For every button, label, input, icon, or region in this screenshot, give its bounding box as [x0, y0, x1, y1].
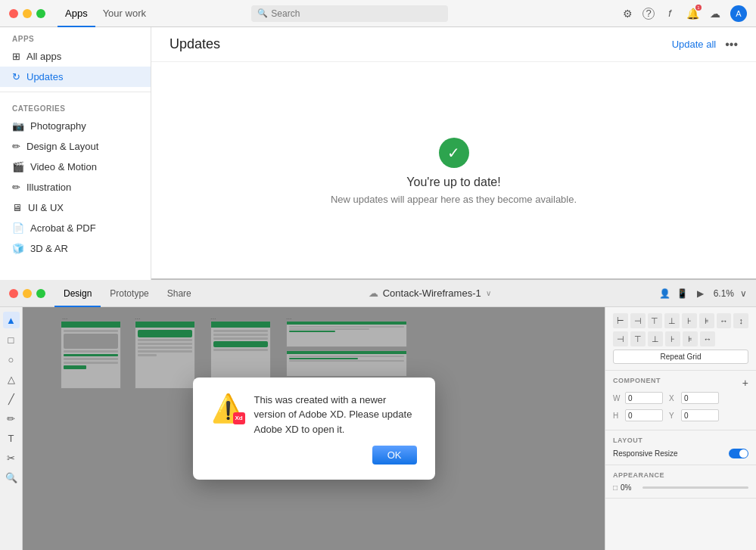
- xd-tool-text[interactable]: T: [3, 430, 20, 446]
- xd-repeat-grid-button[interactable]: Repeat Grid: [613, 350, 748, 364]
- xd-component-title: COMPONENT: [613, 377, 661, 384]
- xd-h-input[interactable]: [625, 409, 663, 421]
- xd-distribute-h[interactable]: ↔: [717, 313, 732, 328]
- xd-close-button[interactable]: [9, 289, 18, 298]
- notifications-icon[interactable]: 🔔 1: [685, 6, 700, 21]
- more-options-button[interactable]: •••: [725, 38, 738, 51]
- search-icon: 🔍: [257, 8, 268, 18]
- xd-tool-rectangle[interactable]: □: [3, 331, 20, 348]
- nav-illustration[interactable]: ✏ Illustration: [0, 177, 151, 197]
- xd-appearance-section: APPEARANCE □ 0%: [605, 465, 756, 499]
- xd-align-top[interactable]: ⊥: [664, 313, 680, 328]
- tab-share[interactable]: Share: [158, 280, 201, 307]
- font-icon[interactable]: f: [662, 6, 677, 21]
- xd-opacity-bar[interactable]: [642, 486, 748, 489]
- xd-tool-triangle[interactable]: △: [3, 371, 20, 387]
- xd-align-left[interactable]: ⊢: [613, 313, 628, 328]
- nav-acrobat-pdf[interactable]: 📄 Acrobat & PDF: [0, 218, 151, 238]
- xd-align-bottom[interactable]: ⊧: [699, 313, 714, 328]
- xd-field-w: W: [613, 392, 663, 404]
- help-icon[interactable]: ?: [642, 8, 655, 20]
- xd-align-center-v[interactable]: ⊦: [682, 313, 697, 328]
- xd-project-chevron[interactable]: ∨: [486, 289, 491, 297]
- xd-x-input[interactable]: [681, 392, 719, 404]
- cc-top-bar-right: ⚙ ? f 🔔 1 ☁ A: [620, 5, 747, 22]
- xd-zoom-chevron[interactable]: ∨: [740, 288, 747, 299]
- illustration-label: Illustration: [26, 182, 71, 193]
- xd-opacity-row: □ 0%: [613, 483, 748, 492]
- nav-photography[interactable]: 📷 Photography: [0, 116, 151, 136]
- categories-section-label: CATEGORIES: [0, 97, 151, 116]
- xd-title-right: 👤 📱 ▶ 6.1% ∨: [659, 287, 747, 300]
- cc-minimize-button[interactable]: [23, 9, 32, 18]
- nav-updates[interactable]: ↻ Updates: [0, 67, 151, 87]
- xd-align-extra-5[interactable]: ⊧: [683, 331, 698, 346]
- video-motion-icon: 🎬: [12, 161, 24, 172]
- all-apps-label: All apps: [26, 51, 61, 62]
- settings-icon[interactable]: ⚙: [620, 6, 635, 21]
- tab-prototype[interactable]: Prototype: [101, 280, 157, 307]
- updates-icon: ↻: [12, 71, 20, 82]
- nav-3d-ar[interactable]: 🧊 3D & AR: [0, 238, 151, 259]
- nav-ui-ux[interactable]: 🖥 UI & UX: [0, 197, 151, 218]
- nav-all-apps[interactable]: ⊞ All apps: [0, 46, 151, 67]
- xd-tool-ellipse[interactable]: ○: [3, 351, 20, 368]
- xd-y-input[interactable]: [681, 409, 719, 421]
- notification-badge: 1: [695, 5, 702, 11]
- search-input[interactable]: [271, 8, 442, 19]
- xd-responsive-toggle[interactable]: [729, 449, 748, 458]
- xd-add-component-button[interactable]: +: [742, 377, 748, 389]
- xd-user-icon: 👤: [659, 288, 670, 299]
- photography-label: Photography: [30, 120, 86, 132]
- nav-design-layout[interactable]: ✏ Design & Layout: [0, 136, 151, 157]
- dialog-message: This was created with a newer version of…: [254, 393, 417, 437]
- avatar[interactable]: A: [730, 5, 747, 22]
- sidebar-divider: [0, 92, 151, 92]
- xd-distribute-v[interactable]: ↕: [733, 313, 748, 328]
- design-layout-icon: ✏: [12, 141, 20, 152]
- xd-minimize-button[interactable]: [23, 289, 32, 298]
- dialog-ok-button[interactable]: OK: [372, 446, 417, 465]
- xd-maximize-button[interactable]: [36, 289, 45, 298]
- xd-toggle-knob: [739, 449, 748, 458]
- xd-align-extra-1[interactable]: ⊣: [613, 331, 628, 346]
- xd-canvas[interactable]: ... ...: [23, 307, 605, 550]
- xd-title-bar: Design Prototype Share ☁ Contack-Wirefra…: [0, 280, 756, 307]
- xd-w-label: W: [613, 394, 622, 402]
- cc-main-body: ✓ You're up to date! New updates will ap…: [151, 62, 756, 280]
- xd-tool-select[interactable]: ▲: [3, 312, 20, 328]
- xd-tool-artboard[interactable]: ✂: [3, 449, 20, 466]
- update-all-button[interactable]: Update all: [672, 39, 717, 50]
- xd-align-extra-3[interactable]: ⊥: [648, 331, 663, 346]
- xd-y-label: Y: [669, 412, 678, 420]
- xd-w-input[interactable]: [625, 392, 663, 404]
- xd-field-h: H: [613, 409, 663, 421]
- xd-align-row-1: ⊢ ⊣ ⊤ ⊥ ⊦ ⊧ ↔ ↕: [613, 313, 748, 328]
- checkmark-icon: ✓: [447, 144, 460, 162]
- xd-appearance-title: APPEARANCE: [613, 471, 748, 479]
- xd-badge-text: Xd: [235, 415, 242, 421]
- cloud-icon[interactable]: ☁: [708, 6, 723, 21]
- xd-component-section: COMPONENT + W X H: [605, 371, 756, 430]
- xd-align-extra-6[interactable]: ↔: [700, 331, 715, 346]
- xd-play-button[interactable]: ▶: [694, 287, 708, 300]
- cc-close-button[interactable]: [9, 9, 18, 18]
- cc-maximize-button[interactable]: [36, 9, 45, 18]
- xd-align-extra-4[interactable]: ⊦: [665, 331, 680, 346]
- nav-video-motion[interactable]: 🎬 Video & Motion: [0, 157, 151, 177]
- tab-apps[interactable]: Apps: [58, 0, 95, 27]
- tab-your-work[interactable]: Your work: [95, 0, 154, 27]
- xd-align-center-h[interactable]: ⊣: [630, 313, 646, 328]
- xd-align-right[interactable]: ⊤: [648, 313, 663, 328]
- xd-tool-zoom[interactable]: 🔍: [3, 469, 20, 486]
- xd-align-row-2: ⊣ ⊤ ⊥ ⊦ ⊧ ↔: [613, 331, 748, 346]
- xd-align-extra-2[interactable]: ⊤: [630, 331, 646, 346]
- tab-design[interactable]: Design: [54, 280, 101, 307]
- dialog-box: ⚠️ Xd This was created with a newer vers…: [193, 378, 435, 480]
- cc-top-bar: Apps Your work 🔍 ⚙ ? f 🔔 1 ☁ A: [0, 0, 756, 27]
- dialog-footer: OK: [211, 446, 417, 465]
- apps-section-label: APPS: [0, 27, 151, 46]
- xd-tool-line[interactable]: ╱: [3, 390, 20, 407]
- up-to-date-icon: ✓: [439, 138, 469, 168]
- xd-tool-pen[interactable]: ✏: [3, 410, 20, 427]
